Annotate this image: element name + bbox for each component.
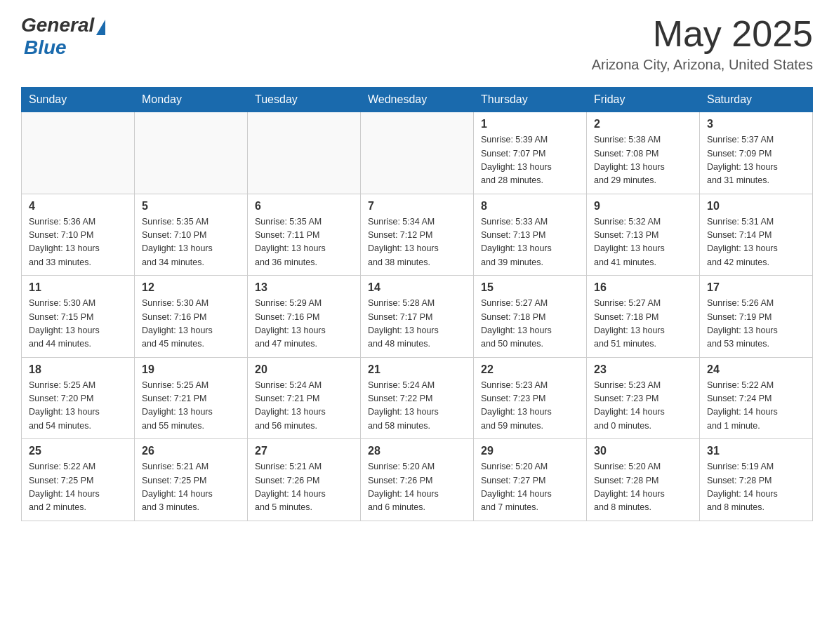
calendar-week-row: 11Sunrise: 5:30 AMSunset: 7:15 PMDayligh… [22,276,813,358]
day-number: 26 [142,445,240,457]
day-info: Sunrise: 5:22 AMSunset: 7:25 PMDaylight:… [29,460,127,515]
day-number: 11 [29,281,127,294]
table-row: 19Sunrise: 5:25 AMSunset: 7:21 PMDayligh… [135,357,248,439]
day-info: Sunrise: 5:29 AMSunset: 7:16 PMDaylight:… [255,297,353,351]
day-info: Sunrise: 5:33 AMSunset: 7:13 PMDaylight:… [481,215,579,270]
table-row: 21Sunrise: 5:24 AMSunset: 7:22 PMDayligh… [361,357,474,439]
day-info: Sunrise: 5:35 AMSunset: 7:11 PMDaylight:… [255,215,353,270]
day-number: 19 [142,363,240,376]
day-info: Sunrise: 5:20 AMSunset: 7:26 PMDaylight:… [368,460,466,515]
day-number: 9 [594,200,692,213]
day-info: Sunrise: 5:34 AMSunset: 7:12 PMDaylight:… [368,215,466,270]
day-info: Sunrise: 5:27 AMSunset: 7:18 PMDaylight:… [481,297,579,351]
col-thursday: Thursday [474,88,587,112]
table-row [22,112,135,194]
day-number: 18 [29,363,127,376]
logo-blue-text: Blue [24,36,67,59]
day-info: Sunrise: 5:20 AMSunset: 7:27 PMDaylight:… [481,460,579,515]
day-info: Sunrise: 5:35 AMSunset: 7:10 PMDaylight:… [142,215,240,270]
table-row [135,112,248,194]
day-number: 8 [481,200,579,213]
day-number: 24 [707,363,805,376]
table-row: 31Sunrise: 5:19 AMSunset: 7:28 PMDayligh… [700,439,813,521]
logo-triangle-icon [96,20,105,35]
calendar-week-row: 18Sunrise: 5:25 AMSunset: 7:20 PMDayligh… [22,357,813,439]
day-info: Sunrise: 5:21 AMSunset: 7:25 PMDaylight:… [142,460,240,515]
table-row: 5Sunrise: 5:35 AMSunset: 7:10 PMDaylight… [135,194,248,276]
day-number: 15 [481,281,579,294]
table-row: 2Sunrise: 5:38 AMSunset: 7:08 PMDaylight… [587,112,700,194]
calendar-table: Sunday Monday Tuesday Wednesday Thursday… [21,87,813,521]
calendar-week-row: 4Sunrise: 5:36 AMSunset: 7:10 PMDaylight… [22,194,813,276]
table-row: 11Sunrise: 5:30 AMSunset: 7:15 PMDayligh… [22,276,135,358]
table-row: 3Sunrise: 5:37 AMSunset: 7:09 PMDaylight… [700,112,813,194]
logo: General Blue [21,14,105,59]
table-row: 24Sunrise: 5:22 AMSunset: 7:24 PMDayligh… [700,357,813,439]
day-number: 28 [368,445,466,457]
day-info: Sunrise: 5:22 AMSunset: 7:24 PMDaylight:… [707,379,805,434]
day-number: 10 [707,200,805,213]
day-info: Sunrise: 5:28 AMSunset: 7:17 PMDaylight:… [368,297,466,351]
table-row: 4Sunrise: 5:36 AMSunset: 7:10 PMDaylight… [22,194,135,276]
day-info: Sunrise: 5:31 AMSunset: 7:14 PMDaylight:… [707,215,805,270]
table-row: 1Sunrise: 5:39 AMSunset: 7:07 PMDaylight… [474,112,587,194]
calendar-week-row: 1Sunrise: 5:39 AMSunset: 7:07 PMDaylight… [22,112,813,194]
header-right: May 2025 Arizona City, Arizona, United S… [592,14,813,73]
day-info: Sunrise: 5:25 AMSunset: 7:20 PMDaylight:… [29,379,127,434]
day-info: Sunrise: 5:26 AMSunset: 7:19 PMDaylight:… [707,297,805,351]
day-number: 6 [255,200,353,213]
day-info: Sunrise: 5:20 AMSunset: 7:28 PMDaylight:… [594,460,692,515]
table-row: 13Sunrise: 5:29 AMSunset: 7:16 PMDayligh… [248,276,361,358]
table-row: 28Sunrise: 5:20 AMSunset: 7:26 PMDayligh… [361,439,474,521]
day-number: 12 [142,281,240,294]
day-number: 20 [255,363,353,376]
table-row: 12Sunrise: 5:30 AMSunset: 7:16 PMDayligh… [135,276,248,358]
day-info: Sunrise: 5:30 AMSunset: 7:16 PMDaylight:… [142,297,240,351]
day-info: Sunrise: 5:23 AMSunset: 7:23 PMDaylight:… [481,379,579,434]
table-row: 30Sunrise: 5:20 AMSunset: 7:28 PMDayligh… [587,439,700,521]
day-number: 21 [368,363,466,376]
table-row: 15Sunrise: 5:27 AMSunset: 7:18 PMDayligh… [474,276,587,358]
table-row: 29Sunrise: 5:20 AMSunset: 7:27 PMDayligh… [474,439,587,521]
day-info: Sunrise: 5:24 AMSunset: 7:22 PMDaylight:… [368,379,466,434]
table-row: 17Sunrise: 5:26 AMSunset: 7:19 PMDayligh… [700,276,813,358]
table-row [248,112,361,194]
col-wednesday: Wednesday [361,88,474,112]
table-row: 22Sunrise: 5:23 AMSunset: 7:23 PMDayligh… [474,357,587,439]
day-number: 31 [707,445,805,457]
day-info: Sunrise: 5:25 AMSunset: 7:21 PMDaylight:… [142,379,240,434]
table-row: 20Sunrise: 5:24 AMSunset: 7:21 PMDayligh… [248,357,361,439]
day-info: Sunrise: 5:19 AMSunset: 7:28 PMDaylight:… [707,460,805,515]
col-friday: Friday [587,88,700,112]
day-number: 7 [368,200,466,213]
day-number: 1 [481,118,579,130]
day-number: 13 [255,281,353,294]
table-row [361,112,474,194]
table-row: 6Sunrise: 5:35 AMSunset: 7:11 PMDaylight… [248,194,361,276]
day-number: 4 [29,200,127,213]
table-row: 26Sunrise: 5:21 AMSunset: 7:25 PMDayligh… [135,439,248,521]
day-info: Sunrise: 5:32 AMSunset: 7:13 PMDaylight:… [594,215,692,270]
col-monday: Monday [135,88,248,112]
col-sunday: Sunday [22,88,135,112]
table-row: 8Sunrise: 5:33 AMSunset: 7:13 PMDaylight… [474,194,587,276]
col-tuesday: Tuesday [248,88,361,112]
day-number: 14 [368,281,466,294]
location-title: Arizona City, Arizona, United States [592,57,813,73]
day-number: 17 [707,281,805,294]
day-info: Sunrise: 5:37 AMSunset: 7:09 PMDaylight:… [707,133,805,188]
day-number: 3 [707,118,805,130]
page-header: General Blue May 2025 Arizona City, Ariz… [21,14,813,73]
day-number: 27 [255,445,353,457]
calendar-week-row: 25Sunrise: 5:22 AMSunset: 7:25 PMDayligh… [22,439,813,521]
logo-general-text: General [21,14,94,36]
day-number: 25 [29,445,127,457]
day-number: 2 [594,118,692,130]
day-info: Sunrise: 5:38 AMSunset: 7:08 PMDaylight:… [594,133,692,188]
col-saturday: Saturday [700,88,813,112]
day-number: 22 [481,363,579,376]
day-info: Sunrise: 5:23 AMSunset: 7:23 PMDaylight:… [594,379,692,434]
table-row: 10Sunrise: 5:31 AMSunset: 7:14 PMDayligh… [700,194,813,276]
day-info: Sunrise: 5:27 AMSunset: 7:18 PMDaylight:… [594,297,692,351]
month-title: May 2025 [592,14,813,54]
